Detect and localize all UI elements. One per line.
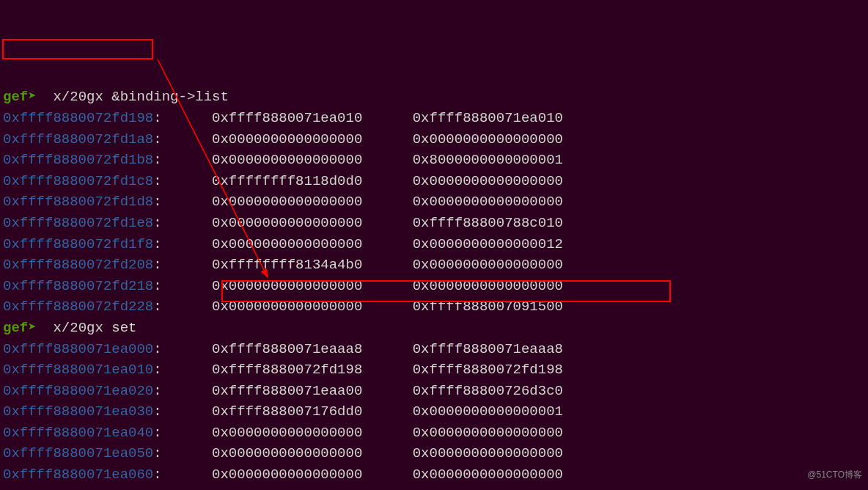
memory-value-2: 0xffff88800726d3c0 (362, 383, 563, 399)
memory-row: 0xffff8880072fd1b8: 0x0000000000000000 0… (3, 150, 865, 171)
memory-value-2: 0x0000000000000000 (362, 467, 563, 483)
memory-value-1: 0xffff8880072fd198 (162, 362, 363, 378)
colon: : (153, 299, 161, 315)
colon: : (153, 488, 161, 490)
colon: : (153, 341, 161, 357)
memory-value-2: 0xffff8880071ea010 (362, 110, 563, 126)
command-line[interactable]: gef➤ x/20gx &binding->list (3, 87, 865, 108)
memory-value-2: 0xffff888007091500 (362, 299, 563, 315)
memory-value-2: 0xffff8880071eaaa8 (362, 341, 563, 357)
memory-address: 0xffff8880072fd228 (3, 299, 153, 315)
memory-value-1: 0xffffffff8134a4b0 (162, 257, 363, 273)
memory-value-1: 0xffff8880071eaa00 (162, 383, 363, 399)
memory-value-1: 0xffff8880071eaaa8 (162, 341, 363, 357)
memory-address: 0xffff8880072fd1b8 (3, 152, 153, 168)
colon: : (153, 383, 161, 399)
highlight-box-source-addr (2, 39, 153, 59)
memory-row: 0xffff8880071ea030: 0xffff888007176dd0 0… (3, 401, 865, 423)
memory-row: 0xffff8880071ea040: 0x0000000000000000 0… (3, 423, 865, 444)
memory-row: 0xffff8880072fd1f8: 0x0000000000000000 0… (3, 234, 865, 255)
memory-value-1: 0xffffffff8118d0d0 (162, 173, 363, 189)
memory-address: 0xffff8880071ea010 (3, 362, 153, 378)
memory-value-1: 0x0000000000000000 (162, 131, 363, 147)
memory-value-2: 0x0000000000000012 (362, 236, 563, 252)
colon: : (153, 467, 161, 483)
memory-address: 0xffff8880071ea020 (3, 383, 153, 399)
colon: : (153, 236, 161, 252)
gef-prompt: gef➤ (3, 89, 37, 105)
memory-value-1: 0x0000000000000000 (162, 236, 363, 252)
colon: : (153, 425, 161, 441)
memory-row: 0xffff8880071ea010: 0xffff8880072fd198 0… (3, 359, 865, 381)
memory-value-2: 0x0000000000000000 (362, 257, 563, 273)
memory-value-2: 0xffff8880072fd198 (362, 362, 563, 378)
memory-value-2: 0x8000000000000001 (362, 152, 563, 168)
memory-row: 0xffff8880071ea000: 0xffff8880071eaaa8 0… (3, 339, 865, 360)
memory-address: 0xffff8880072fd1e8 (3, 215, 153, 231)
colon: : (153, 110, 161, 126)
memory-address: 0xffff8880071ea030 (3, 403, 153, 420)
memory-row: 0xffff8880071ea050: 0x0000000000000000 0… (3, 443, 865, 464)
colon: : (153, 362, 161, 378)
memory-value-1: 0x0000000000000000 (162, 425, 363, 441)
memory-address: 0xffff8880071ea060 (3, 467, 153, 483)
memory-row: 0xffff8880072fd228: 0x0000000000000000 0… (3, 296, 865, 318)
memory-row: 0xffff8880072fd208: 0xffffffff8134a4b0 0… (3, 255, 865, 276)
memory-row: 0xffff8880072fd1d8: 0x0000000000000000 0… (3, 191, 865, 213)
memory-value-1: 0x0000000000000000 (162, 299, 363, 315)
memory-value-1: 0x0000000000000000 (162, 488, 363, 490)
gef-prompt: gef➤ (3, 320, 37, 336)
colon: : (153, 173, 161, 189)
colon: : (153, 257, 161, 273)
memory-address: 0xffff8880071ea070 (3, 488, 153, 490)
colon: : (153, 215, 161, 231)
memory-value-2: 0x0000000000000000 (362, 131, 563, 147)
memory-address: 0xffff8880072fd208 (3, 257, 153, 273)
memory-row: 0xffff8880072fd1e8: 0x0000000000000000 0… (3, 213, 865, 234)
memory-address: 0xffff8880071ea040 (3, 425, 153, 441)
command-line[interactable]: gef➤ x/20gx set (3, 318, 865, 339)
memory-value-2: 0x0000000000000000 (362, 425, 563, 441)
memory-address: 0xffff8880072fd1a8 (3, 131, 153, 147)
memory-value-2: 0x0000000000000000 (362, 278, 563, 294)
memory-address: 0xffff8880072fd1d8 (3, 194, 153, 210)
memory-address: 0xffff8880072fd1f8 (3, 236, 153, 252)
memory-value-1: 0x0000000000000000 (162, 152, 363, 168)
memory-address: 0xffff8880072fd1c8 (3, 173, 153, 189)
memory-row: 0xffff8880072fd198: 0xffff8880071ea010 0… (3, 108, 865, 129)
command-text: x/20gx &binding->list (53, 89, 228, 105)
watermark: @51CTO博客 (807, 464, 862, 486)
command-text: x/20gx set (53, 320, 136, 336)
colon: : (153, 445, 161, 461)
memory-row: 0xffff8880072fd1a8: 0x0000000000000000 0… (3, 129, 865, 150)
memory-value-1: 0x0000000000000000 (162, 278, 363, 294)
memory-value-2: 0x0000000000000000 (362, 488, 563, 490)
memory-value-2: 0x0000000000000001 (362, 403, 563, 420)
colon: : (153, 131, 161, 147)
colon: : (153, 194, 161, 210)
memory-row: 0xffff8880071ea060: 0x0000000000000000 0… (3, 464, 865, 486)
memory-value-2: 0x0000000000000000 (362, 173, 563, 189)
memory-value-1: 0xffff8880071ea010 (162, 110, 363, 126)
memory-value-2: 0x0000000000000000 (362, 445, 563, 461)
memory-value-2: 0x0000000000000000 (362, 194, 563, 210)
colon: : (153, 403, 161, 420)
memory-value-1: 0x0000000000000000 (162, 215, 363, 231)
colon: : (153, 278, 161, 294)
memory-value-1: 0x0000000000000000 (162, 194, 363, 210)
memory-row: 0xffff8880072fd1c8: 0xffffffff8118d0d0 0… (3, 171, 865, 192)
colon: : (153, 152, 161, 168)
memory-address: 0xffff8880071ea050 (3, 445, 153, 461)
memory-row: 0xffff8880072fd218: 0x0000000000000000 0… (3, 276, 865, 297)
memory-address: 0xffff8880072fd198 (3, 110, 153, 126)
memory-address: 0xffff8880072fd218 (3, 278, 153, 294)
memory-value-2: 0xffff88800788c010 (362, 215, 563, 231)
memory-row: 0xffff8880071ea020: 0xffff8880071eaa00 0… (3, 381, 865, 402)
memory-address: 0xffff8880071ea000 (3, 341, 153, 357)
memory-value-1: 0x0000000000000000 (162, 445, 363, 461)
memory-value-1: 0x0000000000000000 (162, 467, 363, 483)
terminal-output: gef➤ x/20gx &binding->list0xffff8880072f… (3, 87, 865, 490)
memory-value-1: 0xffff888007176dd0 (162, 403, 363, 420)
memory-row: 0xffff8880071ea070: 0x0000000000000000 0… (3, 486, 865, 490)
